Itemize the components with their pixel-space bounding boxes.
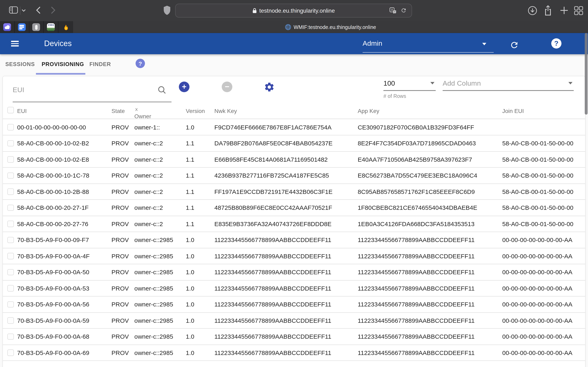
scrollbar-thumb[interactable]	[585, 33, 588, 115]
row-checkbox[interactable]	[7, 317, 14, 324]
tabs-help-button[interactable]: ?	[136, 59, 145, 68]
row-checkbox[interactable]	[7, 156, 14, 162]
row-checkbox[interactable]	[7, 333, 14, 340]
eui-link[interactable]: 58-A0-CB-00-00-20-27-76	[17, 220, 88, 227]
eui-link[interactable]: 70-B3-D5-A9-F0-00-0A-59	[17, 317, 89, 324]
column-header-eui[interactable]: EUI	[17, 108, 27, 114]
nwk-key-cell: E66B958FE45C814A0681A71169501482	[214, 156, 328, 163]
eui-link[interactable]: 70-B3-D5-A9-F0-00-0A-56	[17, 301, 89, 308]
table-row: 70-B3-D5-A9-F0-00-09-F7 PROV owner-c::29…	[3, 232, 585, 248]
join-eui-cell: 00-00-00-00-00-00-00-AA	[502, 269, 572, 276]
version-cell: 1.0	[186, 124, 194, 131]
nwk-key-cell: 112233445566778899AABBCCDDEEFF11	[214, 349, 331, 356]
eui-link[interactable]: 70-B3-D5-A9-F0-00-0A-69	[17, 349, 89, 356]
remove-device-button[interactable]: −	[222, 82, 232, 92]
eui-link[interactable]: 58-A0-CB-00-00-10-1C-78	[17, 172, 89, 179]
row-checkbox[interactable]	[7, 188, 14, 195]
row-checkbox[interactable]	[7, 253, 14, 259]
row-checkbox[interactable]	[7, 172, 14, 179]
version-cell: 1.0	[186, 236, 194, 243]
settings-button[interactable]	[264, 82, 275, 94]
column-header-nwk-key[interactable]: Nwk Key	[214, 108, 237, 114]
eui-link[interactable]: 70-B3-D5-A9-F0-00-09-F7	[17, 236, 89, 243]
translate-icon[interactable]: Ax	[389, 7, 397, 13]
chevron-down-icon	[568, 82, 572, 84]
search-input[interactable]	[13, 84, 156, 96]
row-checkbox[interactable]	[7, 221, 14, 227]
app-key-cell: E40AA7F710506AB425B9758A397623F7	[358, 156, 472, 163]
minus-icon: −	[225, 82, 229, 91]
nwk-key-cell: 112233445566778899AABBCCDDEEFF11	[214, 317, 331, 324]
owner-cell: owner-c::2985	[134, 285, 173, 292]
row-checkbox[interactable]	[7, 350, 14, 356]
column-header-join-eui[interactable]: Join EUI	[502, 108, 524, 114]
tab-finder[interactable]: FINDER	[89, 61, 111, 67]
pinned-tab-firebase-icon[interactable]	[58, 21, 73, 33]
owner-cell: owner-c::2985	[134, 301, 173, 308]
column-header-app-key[interactable]: App Key	[358, 108, 379, 114]
owner-cell: owner-c::2	[134, 188, 163, 195]
row-checkbox[interactable]	[7, 140, 14, 146]
row-checkbox[interactable]	[7, 269, 14, 275]
pinned-tab-cloud-icon[interactable]	[0, 21, 15, 33]
eui-link[interactable]: 70-B3-D5-A9-F0-00-0A-50	[17, 269, 89, 276]
version-cell: 1.0	[186, 269, 194, 276]
sidebar-toggle-icon[interactable]	[9, 6, 18, 14]
back-button-icon[interactable]	[36, 6, 41, 14]
nwk-key-cell: F9CD746EF6666E7867E8F1AC786E754A	[214, 124, 332, 131]
join-eui-cell: 00-00-00-00-00-00-00-AA	[502, 317, 572, 324]
column-header-owner[interactable]: OwnerX	[134, 108, 137, 115]
active-tab[interactable]: WMIF:testnode.eu.thingularity.online	[73, 21, 588, 33]
eui-link[interactable]: 58-A0-CB-00-00-10-02-B2	[17, 140, 89, 147]
pinned-tab-usda-icon[interactable]: USDA	[44, 21, 59, 33]
select-all-checkbox[interactable]	[7, 107, 14, 113]
eui-link[interactable]: 70-B3-D5-A9-F0-00-0A-4F	[17, 253, 90, 259]
pinned-tab-docs-icon[interactable]	[15, 21, 29, 33]
eui-link[interactable]: 00-01-00-00-00-00-00-00	[17, 124, 86, 131]
header-help-button[interactable]: ?	[551, 38, 562, 49]
app-key-cell: 112233445566778899AABBCCDDEEFF11	[358, 285, 475, 292]
search-icon[interactable]	[157, 85, 167, 97]
eui-link[interactable]: 70-B3-D5-A9-F0-00-0A-53	[17, 285, 89, 292]
owner-cell: owner-c::2	[134, 204, 163, 211]
refresh-button[interactable]	[510, 40, 519, 51]
tab-provisioning[interactable]: PROVISIONING	[42, 61, 84, 67]
menu-icon[interactable]	[11, 41, 19, 47]
svg-text:x: x	[394, 10, 396, 13]
tab-group-chevron-icon[interactable]	[22, 9, 26, 12]
pinned-tab-gray-icon[interactable]	[29, 21, 44, 33]
eui-link[interactable]: 58-A0-CB-00-00-10-2B-88	[17, 188, 89, 195]
row-checkbox[interactable]	[7, 205, 14, 211]
add-device-button[interactable]: +	[179, 82, 190, 92]
version-cell: 1.1	[186, 140, 194, 147]
tab-sessions[interactable]: SESSIONS	[5, 61, 35, 67]
downloads-icon[interactable]	[527, 6, 537, 16]
row-checkbox[interactable]	[7, 285, 14, 291]
add-column-placeholder: Add Column	[443, 80, 574, 88]
owner-remove-x[interactable]: X	[135, 107, 138, 112]
column-header-version[interactable]: Version	[186, 108, 205, 114]
reload-icon[interactable]	[401, 7, 407, 13]
row-checkbox[interactable]	[7, 301, 14, 308]
add-column-select[interactable]: Add Column	[443, 78, 574, 88]
row-checkbox[interactable]	[7, 237, 14, 243]
privacy-shield-icon[interactable]	[163, 5, 171, 16]
address-bar[interactable]: testnode.eu.thingularity.online Ax	[175, 4, 412, 17]
refresh-icon	[510, 40, 519, 50]
owner-cell: owner-c::2	[134, 220, 163, 227]
eui-link[interactable]: 58-A0-CB-00-00-20-27-1F	[17, 204, 89, 211]
new-tab-icon[interactable]	[560, 6, 568, 15]
rows-per-page-select[interactable]: 100 # of Rows	[383, 78, 436, 88]
share-icon[interactable]	[544, 5, 553, 16]
version-cell: 1.0	[186, 317, 194, 324]
forward-button-icon[interactable]	[51, 6, 56, 14]
tab-overview-icon[interactable]	[574, 6, 583, 15]
nwk-key-cell: FF197A1E9CCDB721917E4432B06C3F1E	[214, 188, 333, 195]
row-checkbox[interactable]	[7, 124, 14, 130]
eui-link[interactable]: 58-A0-CB-00-00-10-02-E8	[17, 156, 89, 163]
column-header-state[interactable]: State	[112, 108, 125, 114]
eui-link[interactable]: 70-B3-D5-A9-F0-00-0A-68	[17, 333, 89, 340]
owner-cell: owner-1::	[134, 124, 160, 131]
app-key-cell: CE30907182F070C6B0A1B329FD3F64FF	[358, 124, 474, 131]
account-select[interactable]: Admin	[363, 33, 494, 54]
